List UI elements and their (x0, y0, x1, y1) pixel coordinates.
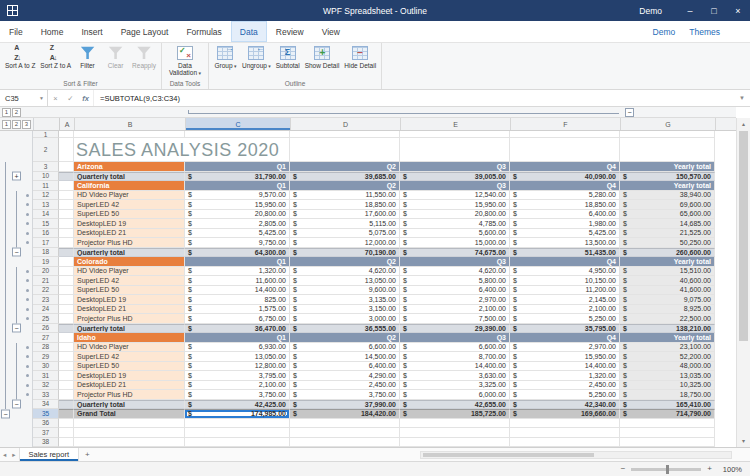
cell-A23[interactable] (59, 295, 74, 305)
col-level-button-1[interactable]: 1 (2, 108, 11, 117)
cell-C1[interactable] (185, 131, 290, 138)
cell-G14[interactable]: $65,600.00 (620, 210, 715, 220)
cell-F24[interactable]: $2,100.00 (510, 305, 620, 315)
cell-E31[interactable]: $3,630.00 (400, 371, 510, 381)
cell-A28[interactable] (59, 343, 74, 353)
row-header-2[interactable]: 2 (33, 138, 59, 162)
cell-F3[interactable]: Q4 (510, 162, 620, 172)
cell-G15[interactable]: $14,685.00 (620, 219, 715, 229)
cell-B21[interactable]: SuperLED 42 (74, 276, 185, 286)
row-header-22[interactable]: 22 (33, 286, 59, 296)
cell-C10[interactable]: $31,790.00 (185, 172, 290, 182)
cell-F20[interactable]: $4,950.00 (510, 267, 620, 277)
cell-G1[interactable] (620, 131, 715, 138)
row-header-16[interactable]: 16 (33, 229, 59, 239)
ribbon-tab-insert[interactable]: Insert (72, 21, 111, 42)
cancel-icon[interactable]: × (48, 90, 63, 106)
cell-E2[interactable] (400, 138, 510, 162)
cell-D18[interactable]: $70,190.00 (290, 248, 400, 258)
cell-F15[interactable]: $1,980.00 (510, 219, 620, 229)
cell-B10[interactable]: Quarterly total (74, 172, 185, 182)
sheet-tab-sales-report[interactable]: Sales report (19, 448, 79, 461)
cell-B38[interactable] (74, 438, 185, 448)
cell-A26[interactable] (59, 324, 74, 334)
name-box[interactable]: C35 ▼ (0, 90, 48, 106)
row-header-3[interactable]: 3 (33, 162, 59, 172)
formula-input[interactable]: =SUBTOTAL(9,C3:C34) (93, 90, 734, 106)
cell-E29[interactable]: $8,700.00 (400, 352, 510, 362)
cell-D21[interactable]: $13,050.00 (290, 276, 400, 286)
row-header-27[interactable]: 27 (33, 333, 59, 343)
outline-collapse-button-row18[interactable]: − (12, 248, 21, 257)
cell-E23[interactable]: $2,970.00 (400, 295, 510, 305)
close-button[interactable]: × (726, 0, 750, 21)
cell-E34[interactable]: $42,655.00 (400, 400, 510, 410)
cell-D38[interactable] (290, 438, 400, 448)
cell-E12[interactable]: $12,540.00 (400, 191, 510, 201)
cell-F14[interactable]: $6,400.00 (510, 210, 620, 220)
horizontal-scrollbar-thumb[interactable] (423, 453, 594, 457)
link-themes[interactable]: Themes (689, 27, 720, 37)
cell-F29[interactable]: $15,950.00 (510, 352, 620, 362)
data-validation-button[interactable]: Data Validation ▾ (165, 44, 205, 79)
cell-C29[interactable]: $13,050.00 (185, 352, 290, 362)
row-header-21[interactable]: 21 (33, 276, 59, 286)
cell-G3[interactable]: Yearly total (620, 162, 715, 172)
cell-C30[interactable]: $12,800.00 (185, 362, 290, 372)
cell-C3[interactable]: Q1 (185, 162, 290, 172)
cell-A3[interactable] (59, 162, 74, 172)
sort-z-to-a-button[interactable]: Sort Z to A (38, 44, 73, 79)
row-header-12[interactable]: 12 (33, 191, 59, 201)
cell-D22[interactable]: $9,600.00 (290, 286, 400, 296)
cell-G30[interactable]: $48,000.00 (620, 362, 715, 372)
cell-C14[interactable]: $20,800.00 (185, 210, 290, 220)
ungroup-button[interactable]: Ungroup ▾ (240, 44, 273, 79)
cell-B25[interactable]: Projector Plus HD (74, 314, 185, 324)
cell-E38[interactable] (400, 438, 510, 448)
scroll-up-icon[interactable]: ▴ (737, 118, 750, 130)
cell-G10[interactable]: $150,570.00 (620, 172, 715, 182)
cell-B24[interactable]: DesktopLED 21 (74, 305, 185, 315)
zoom-slider[interactable] (631, 468, 701, 471)
row-header-37[interactable]: 37 (33, 428, 59, 438)
row-header-10[interactable]: 10 (33, 172, 59, 182)
cell-F32[interactable]: $2,450.00 (510, 381, 620, 391)
sheet-nav-next-icon[interactable]: ▸ (9, 451, 18, 459)
cell-A30[interactable] (59, 362, 74, 372)
ribbon-tab-formulas[interactable]: Formulas (177, 21, 230, 42)
cell-G32[interactable]: $10,325.00 (620, 381, 715, 391)
cell-D26[interactable]: $36,555.00 (290, 324, 400, 334)
cell-C37[interactable] (185, 428, 290, 438)
cell-C23[interactable]: $825.00 (185, 295, 290, 305)
cell-B19[interactable]: Colorado (74, 257, 185, 267)
cell-B35[interactable]: Grand Total (74, 409, 185, 419)
sort-a-to-z-button[interactable]: Sort A to Z (3, 44, 37, 79)
zoom-slider-thumb[interactable] (666, 465, 669, 474)
cell-F28[interactable]: $2,970.00 (510, 343, 620, 353)
cell-B37[interactable] (74, 428, 185, 438)
cell-E37[interactable] (400, 428, 510, 438)
cell-B16[interactable]: DesktopLED 21 (74, 229, 185, 239)
cell-F2[interactable] (510, 138, 620, 162)
cell-E28[interactable]: $6,600.00 (400, 343, 510, 353)
ribbon-tab-page-layout[interactable]: Page Layout (112, 21, 178, 42)
cell-G31[interactable]: $13,035.00 (620, 371, 715, 381)
cell-E1[interactable] (400, 131, 510, 138)
cell-B1[interactable] (74, 131, 185, 138)
cell-F13[interactable]: $18,850.00 (510, 200, 620, 210)
cell-D17[interactable]: $12,000.00 (290, 238, 400, 248)
cell-F17[interactable]: $13,500.00 (510, 238, 620, 248)
cell-D29[interactable]: $14,500.00 (290, 352, 400, 362)
cell-B22[interactable]: SuperLED 50 (74, 286, 185, 296)
cell-C15[interactable]: $2,805.00 (185, 219, 290, 229)
minimize-button[interactable]: – (678, 0, 702, 21)
cell-C35[interactable]: $174,985.00 (185, 409, 290, 419)
cell-A20[interactable] (59, 267, 74, 277)
maximize-button[interactable]: □ (702, 0, 726, 21)
cell-A11[interactable] (59, 181, 74, 191)
row-header-26[interactable]: 26 (33, 324, 59, 334)
cell-B3[interactable]: Arizona (74, 162, 185, 172)
row-header-31[interactable]: 31 (33, 371, 59, 381)
row-header-11[interactable]: 11 (33, 181, 59, 191)
row-header-29[interactable]: 29 (33, 352, 59, 362)
